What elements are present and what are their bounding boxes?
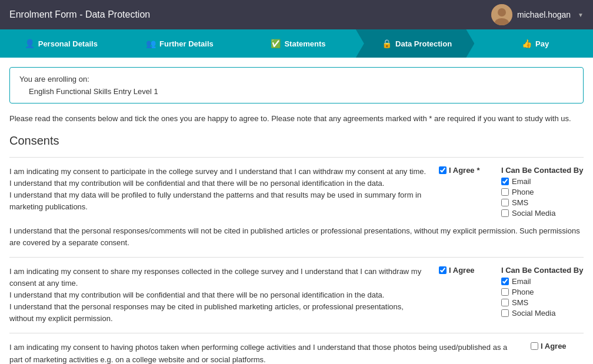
contact-email-1: Email <box>501 177 584 186</box>
agree-label-1: I Agree <box>449 166 475 175</box>
contact-sms-label-1: SMS <box>512 198 528 207</box>
contact-email-label-2: Email <box>512 277 531 286</box>
header: Enrolment Form - Data Protection michael… <box>0 0 593 29</box>
tab-statements[interactable]: ✅ Statements <box>237 29 356 58</box>
tab-further-details-label: Further Details <box>159 39 214 48</box>
person-icon: 👤 <box>25 39 35 48</box>
nav-tabs: 👤 Personal Details 👥 Further Details ✅ S… <box>0 29 593 58</box>
tab-data-protection[interactable]: 🔒 Data Protection <box>356 29 475 58</box>
persons-icon: 👥 <box>146 39 156 48</box>
thumbsup-icon: 👍 <box>522 39 532 48</box>
username: michael.hogan <box>517 10 571 19</box>
tab-personal-details[interactable]: 👤 Personal Details <box>0 29 119 58</box>
agree-checkbox-1[interactable] <box>439 166 447 174</box>
contact-by-label-1: I Can Be Contacted By <box>501 166 584 175</box>
consent-row-1: I am indicating my consent to participat… <box>9 166 584 219</box>
agree-label-2: I Agree <box>449 266 475 275</box>
contact-social-label-2: Social Media <box>512 309 555 318</box>
enrolment-prefix: You are enrolling on: <box>19 75 574 84</box>
agree-checkbox-3[interactable] <box>531 342 538 350</box>
tab-pay[interactable]: 👍 Pay <box>474 29 593 58</box>
contact-by-label-2: I Can Be Contacted By <box>501 266 584 275</box>
contact-social-1: Social Media <box>501 209 584 218</box>
svg-point-1 <box>498 8 506 16</box>
agree-row-3: I Agree <box>531 342 567 350</box>
consent-section-1: I am indicating my consent to participat… <box>9 157 584 257</box>
contact-by-2: I Can Be Contacted By Email Phone SMS So… <box>501 266 584 319</box>
tab-pay-label: Pay <box>535 39 549 48</box>
consent-text-2: I am indicating my consent to share my r… <box>9 266 429 325</box>
consent-section-3: I am indicating my consent to having pho… <box>9 333 584 364</box>
contact-by-1: I Can Be Contacted By Email Phone SMS So… <box>501 166 584 219</box>
enrolment-box: You are enrolling on: English Functional… <box>9 67 584 103</box>
contact-sms-label-2: SMS <box>512 298 528 307</box>
avatar <box>491 4 512 25</box>
consent-text-3: I am indicating my consent to having pho… <box>9 342 521 364</box>
contact-phone-checkbox-1[interactable] <box>501 188 509 196</box>
tab-statements-label: Statements <box>284 39 325 48</box>
contact-phone-1: Phone <box>501 188 584 196</box>
contact-phone-label-2: Phone <box>512 288 534 296</box>
contact-email-checkbox-1[interactable] <box>501 178 509 185</box>
contact-email-checkbox-2[interactable] <box>501 278 509 285</box>
consent-agree-3: I Agree <box>531 342 584 350</box>
chevron-down-icon: ▼ <box>578 12 584 18</box>
consent-agree-2: I Agree <box>439 266 492 275</box>
tab-personal-details-label: Personal Details <box>38 39 98 48</box>
agree-label-3: I Agree <box>541 342 567 350</box>
tab-further-details[interactable]: 👥 Further Details <box>119 29 238 58</box>
contact-phone-label-1: Phone <box>512 188 534 196</box>
tab-data-protection-label: Data Protection <box>395 39 452 48</box>
consent-text-block-3a: I am indicating my consent to having pho… <box>9 342 521 364</box>
contact-sms-checkbox-1[interactable] <box>501 199 509 206</box>
consent-agree-1: I Agree * <box>439 166 492 175</box>
consents-header: Consents <box>9 134 584 148</box>
consent-section-2: I am indicating my consent to share my r… <box>9 257 584 333</box>
contact-phone-checkbox-2[interactable] <box>501 288 509 296</box>
consent-text-block-2a: I am indicating my consent to share my r… <box>9 266 429 325</box>
contact-sms-2: SMS <box>501 298 584 307</box>
description-text: Please read the consents below and tick … <box>9 113 584 125</box>
required-star-1: * <box>477 166 480 175</box>
contact-social-label-1: Social Media <box>512 209 555 218</box>
contact-email-2: Email <box>501 277 584 286</box>
page-title: Enrolment Form - Data Protection <box>9 9 150 20</box>
check-icon: ✅ <box>271 39 281 48</box>
contact-email-label-1: Email <box>512 177 531 186</box>
consent-row-3: I am indicating my consent to having pho… <box>9 342 584 364</box>
contact-phone-2: Phone <box>501 288 584 296</box>
agree-checkbox-2[interactable] <box>439 266 447 274</box>
contact-social-checkbox-2[interactable] <box>501 309 509 317</box>
consent-text-1: I am indicating my consent to participat… <box>9 166 429 213</box>
lock-icon: 🔒 <box>382 39 392 48</box>
user-menu[interactable]: michael.hogan ▼ <box>491 4 584 25</box>
content-area: You are enrolling on: English Functional… <box>0 58 593 364</box>
consent-text-block-1a: I am indicating my consent to participat… <box>9 166 429 213</box>
agree-row-1: I Agree * <box>439 166 480 175</box>
contact-social-checkbox-1[interactable] <box>501 209 509 217</box>
contact-sms-checkbox-2[interactable] <box>501 299 509 306</box>
agree-row-2: I Agree <box>439 266 475 275</box>
consent-extra-text-1: I understand that the personal responses… <box>9 225 584 249</box>
contact-social-2: Social Media <box>501 309 584 318</box>
enrolment-course: English Functional Skills Entry Level 1 <box>19 87 574 96</box>
consent-row-2: I am indicating my consent to share my r… <box>9 266 584 325</box>
contact-sms-1: SMS <box>501 198 584 207</box>
